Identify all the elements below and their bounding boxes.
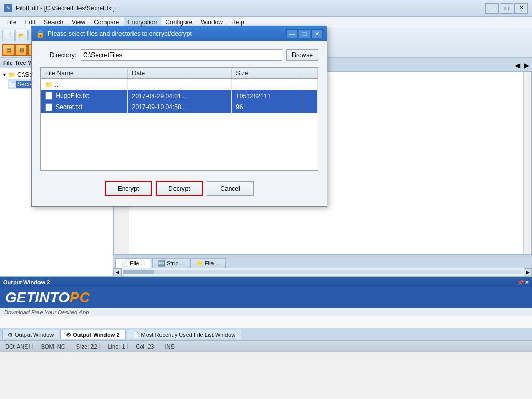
file-extra-cell xyxy=(303,79,318,90)
file-name-cell: Secret.txt xyxy=(113,102,127,113)
file-size-cell xyxy=(232,79,303,90)
dialog-body: Directory: Browse File Name Date Size xyxy=(113,58,327,206)
col-date: Date xyxy=(127,68,231,79)
directory-row: Directory: Browse xyxy=(113,58,318,61)
col-filename: File Name xyxy=(113,68,127,79)
col-extra xyxy=(303,68,318,79)
directory-input[interactable] xyxy=(113,58,282,61)
file-table-body: 📁 .. Huge xyxy=(113,79,318,113)
file-name-cell: 📁 .. xyxy=(113,79,127,90)
encrypt-dialog: 🔒 Please select files and directories to… xyxy=(113,58,327,207)
table-row[interactable]: Secret.txt 2017-09-10 04:58... 96 xyxy=(113,102,318,113)
file-date-cell: 2017-09-10 04:58... xyxy=(127,102,231,113)
editor-area: C:\SecretFiles\Secret.txt ◀ ▶ 1 This is … xyxy=(113,58,532,276)
table-row[interactable]: HugeFile.txt 2017-04-29 04:01... 1051282… xyxy=(113,90,318,102)
dialog-actions: Encrypt Decrypt Cancel xyxy=(113,177,318,198)
dialog-overlay: 🔒 Please select files and directories to… xyxy=(113,58,532,276)
encrypt-button[interactable]: Encrypt xyxy=(113,181,152,196)
file-extra-cell xyxy=(303,102,318,113)
decrypt-button[interactable]: Decrypt xyxy=(156,181,203,196)
cancel-button[interactable]: Cancel xyxy=(207,181,254,196)
file-date-cell xyxy=(127,79,231,90)
file-size-cell: 96 xyxy=(232,102,303,113)
file-area[interactable]: File Name Date Size 📁 xyxy=(113,67,318,171)
file-name-cell: HugeFile.txt xyxy=(113,90,127,102)
file-extra-cell xyxy=(303,90,318,102)
file-date-cell: 2017-04-29 04:01... xyxy=(127,90,231,102)
file-table-header: File Name Date Size xyxy=(113,68,318,79)
file-size-cell: 1051282111 xyxy=(232,90,303,102)
table-row[interactable]: 📁 .. xyxy=(113,79,318,90)
file-table: File Name Date Size 📁 xyxy=(113,68,318,113)
col-size: Size xyxy=(232,68,303,79)
browse-button[interactable]: Browse xyxy=(286,58,318,61)
table-header-row: File Name Date Size xyxy=(113,68,318,79)
